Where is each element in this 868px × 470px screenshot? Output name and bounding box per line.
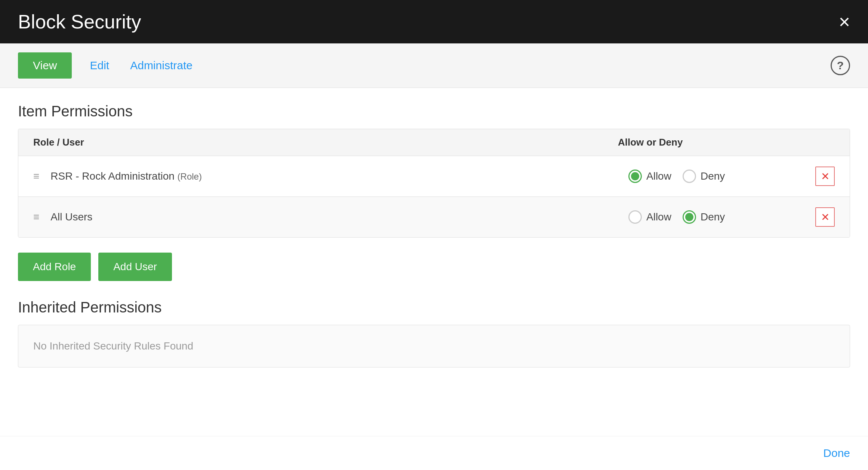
table-row: ≡ RSR - Rock Administration (Role) Allow… <box>18 156 850 197</box>
role-name: All Users <box>50 211 628 223</box>
inherited-permissions-table: No Inherited Security Rules Found <box>18 325 850 367</box>
table-header: Role / User Allow or Deny <box>18 129 850 156</box>
inherited-permissions-title: Inherited Permissions <box>18 299 850 316</box>
modal-container: Block Security × View Edit Administrate … <box>0 0 868 470</box>
delete-button-row1[interactable]: ✕ <box>815 167 835 186</box>
content-area: Item Permissions Role / User Allow or De… <box>0 88 868 436</box>
help-icon[interactable]: ? <box>831 56 850 75</box>
col-header-role: Role / User <box>33 137 618 148</box>
add-role-button[interactable]: Add Role <box>18 253 91 281</box>
deny-radio-circle-row2 <box>683 210 696 224</box>
radio-group-row2: Allow Deny <box>628 210 815 224</box>
allow-radio-circle-row2 <box>628 210 642 224</box>
drag-handle-icon[interactable]: ≡ <box>33 170 39 182</box>
delete-button-row2[interactable]: ✕ <box>815 207 835 227</box>
role-name: RSR - Rock Administration (Role) <box>50 170 628 182</box>
allow-radio-row1[interactable]: Allow <box>628 170 671 183</box>
tab-edit[interactable]: Edit <box>87 52 112 79</box>
close-button[interactable]: × <box>839 12 850 31</box>
inherited-permissions-section: Inherited Permissions No Inherited Secur… <box>18 299 850 367</box>
allow-radio-circle-row1 <box>628 170 642 183</box>
table-row: ≡ All Users Allow Deny ✕ <box>18 197 850 237</box>
radio-group-row1: Allow Deny <box>628 170 815 183</box>
allow-radio-row2[interactable]: Allow <box>628 210 671 224</box>
done-button[interactable]: Done <box>823 447 850 460</box>
tabs-left: View Edit Administrate <box>18 52 196 79</box>
action-buttons: Add Role Add User <box>18 253 850 281</box>
col-header-allow-deny: Allow or Deny <box>618 137 805 148</box>
item-permissions-table: Role / User Allow or Deny ≡ RSR - Rock A… <box>18 129 850 238</box>
deny-radio-circle-row1 <box>683 170 696 183</box>
modal-title: Block Security <box>18 10 141 33</box>
add-user-button[interactable]: Add User <box>98 253 172 281</box>
modal-footer: Done <box>0 436 868 470</box>
item-permissions-title: Item Permissions <box>18 103 850 120</box>
tab-view[interactable]: View <box>18 52 72 79</box>
modal-header: Block Security × <box>0 0 868 43</box>
drag-handle-icon[interactable]: ≡ <box>33 211 39 223</box>
tabs-bar: View Edit Administrate ? <box>0 43 868 88</box>
deny-radio-row2[interactable]: Deny <box>683 210 725 224</box>
no-rules-message: No Inherited Security Rules Found <box>18 325 850 367</box>
tab-administrate[interactable]: Administrate <box>127 52 196 79</box>
deny-radio-row1[interactable]: Deny <box>683 170 725 183</box>
